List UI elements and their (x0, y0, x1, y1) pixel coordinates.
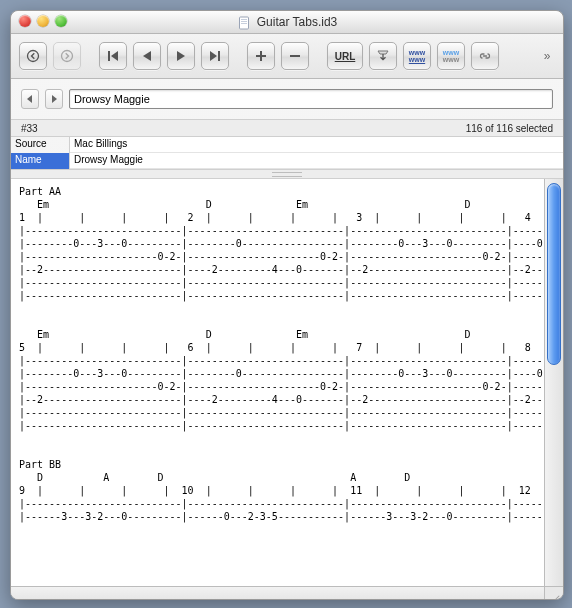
nav-prev-button[interactable] (21, 89, 39, 109)
svg-rect-11 (218, 51, 220, 61)
fields-panel: Source Mac Billings Name Drowsy Maggie (11, 137, 563, 170)
record-index: #33 (21, 123, 38, 134)
url-label: URL (335, 51, 356, 62)
www-dim-button[interactable]: www www (437, 42, 465, 70)
svg-marker-9 (177, 51, 185, 61)
svg-marker-7 (111, 51, 118, 61)
forward-button[interactable] (53, 42, 81, 70)
svg-rect-2 (241, 21, 247, 22)
svg-rect-14 (290, 55, 300, 57)
back-button[interactable] (19, 42, 47, 70)
vertical-scrollbar[interactable] (544, 179, 563, 587)
fields-resize-grip[interactable] (11, 170, 563, 179)
window-title: Guitar Tabs.id3 (257, 11, 338, 33)
remove-button[interactable] (281, 42, 309, 70)
window-controls (19, 15, 67, 27)
url-button[interactable]: URL (327, 42, 363, 70)
field-label-name[interactable]: Name (11, 153, 70, 169)
content-area: Part AA Em D Em D 1 | | | | 2 | | | | 3 … (11, 179, 563, 600)
titlebar: Guitar Tabs.id3 (11, 11, 563, 34)
record-title-field[interactable]: Drowsy Maggie (69, 89, 553, 109)
field-value-source[interactable]: Mac Billings (70, 137, 563, 153)
tab-text-view[interactable]: Part AA Em D Em D 1 | | | | 2 | | | | 3 … (11, 179, 545, 587)
app-window: Guitar Tabs.id3 URL (10, 10, 564, 600)
record-nav-row: Drowsy Maggie (11, 79, 563, 120)
download-button[interactable] (369, 42, 397, 70)
svg-rect-13 (256, 55, 266, 57)
toolbar: URL www www www www » (11, 34, 563, 79)
vertical-scroll-thumb[interactable] (547, 183, 561, 365)
last-record-button[interactable] (201, 42, 229, 70)
toolbar-overflow-button[interactable]: » (539, 49, 555, 63)
svg-rect-6 (108, 51, 110, 61)
svg-marker-16 (52, 95, 57, 103)
document-proxy-icon[interactable] (237, 15, 251, 29)
www-bold-button[interactable]: www www (403, 42, 431, 70)
next-record-button[interactable] (167, 42, 195, 70)
link-button[interactable] (471, 42, 499, 70)
prev-record-button[interactable] (133, 42, 161, 70)
svg-point-5 (62, 51, 73, 62)
svg-point-4 (28, 51, 39, 62)
zoom-window-button[interactable] (55, 15, 67, 27)
minimize-window-button[interactable] (37, 15, 49, 27)
status-bar: #33 116 of 116 selected (11, 120, 563, 137)
add-button[interactable] (247, 42, 275, 70)
first-record-button[interactable] (99, 42, 127, 70)
field-value-name[interactable]: Drowsy Maggie (70, 153, 563, 169)
svg-marker-10 (210, 51, 217, 61)
svg-marker-15 (27, 95, 32, 103)
field-label-source[interactable]: Source (11, 137, 70, 153)
nav-next-button[interactable] (45, 89, 63, 109)
svg-marker-8 (143, 51, 151, 61)
resize-corner[interactable] (544, 586, 563, 600)
svg-rect-1 (241, 19, 247, 20)
svg-rect-3 (241, 23, 247, 24)
close-window-button[interactable] (19, 15, 31, 27)
horizontal-scrollbar[interactable] (11, 586, 545, 600)
field-row-name: Name Drowsy Maggie (11, 153, 563, 169)
selection-status: 116 of 116 selected (466, 123, 553, 134)
field-row-source: Source Mac Billings (11, 137, 563, 153)
